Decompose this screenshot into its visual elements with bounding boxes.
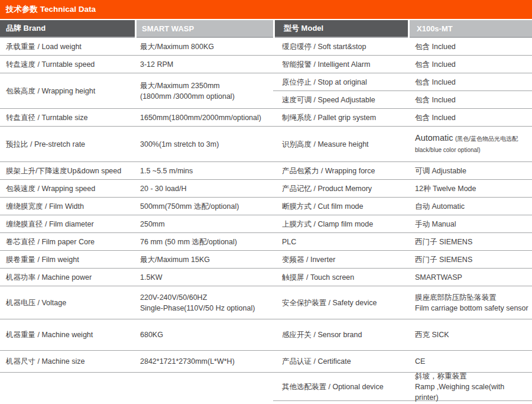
row-value: 1.5KW xyxy=(135,272,273,283)
row-value-line: 包含 Inclued xyxy=(415,112,530,123)
row-value-line: 手动 Manual xyxy=(415,219,530,230)
row-value: 手动 Manual xyxy=(408,219,532,230)
row-value-line: 20 - 30 load/H xyxy=(140,183,271,194)
row-value: SMARTWASP xyxy=(408,272,532,283)
row-value: 2842*1721*2730mm(L*W*H) xyxy=(135,356,273,367)
table-row: 承载重量 / Load weight最大/Maximum 800KG xyxy=(0,38,273,56)
row-value-line: 包含 Inclued xyxy=(415,41,530,52)
table-row: 其他选配装置 / Optional device斜坡，称重装置Ramp ,Wei… xyxy=(273,373,532,401)
table-row: 产品认证 / CertificateCE xyxy=(273,351,532,373)
table-row: 转盘直径 / Turntable size1650mm(1800mm/2000m… xyxy=(0,109,273,127)
row-label: 机器重量 / Machine weight xyxy=(0,329,135,340)
row-value-line: 12种 Twelve Mode xyxy=(415,183,530,194)
row-label: 触摸屏 / Touch screen xyxy=(273,272,408,283)
table-row: 膜卷重量 / Film weight最大/Maximum 15KG xyxy=(0,251,273,269)
row-value-line: 220V-240V/50/60HZ xyxy=(140,292,271,303)
header-model-label: 型号 Model xyxy=(275,20,408,38)
table-row: 断膜方式 / Cut film mode自动 Automatic xyxy=(273,198,532,215)
row-label: 缠绕膜直径 / Film diameter xyxy=(0,219,135,230)
row-value: 1650mm(1800mm/2000mm/optional) xyxy=(135,112,273,123)
row-label: 包装速度 / Wrapping speed xyxy=(0,183,135,194)
row-value: 包含 Inclued xyxy=(408,77,532,88)
row-value-line: 可调 Adjustable xyxy=(415,166,530,176)
table-row: PLC西门子 SIEMENS xyxy=(273,233,532,251)
row-value: 500mm(750mm 选配/optional) xyxy=(135,201,273,212)
row-value: 最大/Maximum 2350mm(1800mm /3000mm optiona… xyxy=(135,80,273,102)
row-label: 变频器 / Inverter xyxy=(273,254,408,265)
row-value-line: 包含 Inclued xyxy=(415,95,530,105)
row-label: 机器尺寸 / Machine size xyxy=(0,356,135,367)
table-row: 触摸屏 / Touch screenSMARTWASP xyxy=(273,269,532,286)
row-value-line: 最大/Maximum 800KG xyxy=(140,41,271,52)
table-row: 预拉比 / Pre-stretch rate300%(1m stretch to… xyxy=(0,127,273,162)
row-value-line: 1650mm(1800mm/2000mm/optional) xyxy=(140,112,271,123)
table-row: 智能报警 / Intelligent Alarm包含 Inclued xyxy=(273,56,532,73)
row-value: CE xyxy=(408,356,532,367)
row-label: 识别高度 / Measure height xyxy=(273,139,408,150)
table-row: 转盘速度 / Turntable speed3-12 RPM xyxy=(0,56,273,73)
row-value-line: SMARTWASP xyxy=(415,272,530,283)
table-row: 包装速度 / Wrapping speed20 - 30 load/H xyxy=(0,180,273,198)
table-row: 机器功率 / Machine power1.5KW xyxy=(0,269,273,286)
row-value-line: 250mm xyxy=(140,219,271,230)
table-row: 原位停止 / Stop at original包含 Inclued xyxy=(273,73,532,91)
table-row: 速度可调 / Speed Adjustable包含 Inclued xyxy=(273,91,532,109)
row-value-line: 680KG xyxy=(140,329,271,340)
row-value-line: 最大/Maximum 2350mm xyxy=(140,80,271,91)
row-value-line: Film carriage bottom safety sensor xyxy=(415,303,530,313)
technical-data-page: 技术参数 Technical Data 品牌 Brand SMART WASP … xyxy=(0,0,532,404)
row-value-line: 包含 Inclued xyxy=(415,77,530,88)
row-value-line: 西克 SICK xyxy=(415,329,530,340)
header-brand-label: 品牌 Brand xyxy=(0,20,135,38)
spec-table-body: 承载重量 / Load weight最大/Maximum 800KG转盘速度 /… xyxy=(0,38,532,401)
row-label: 上膜方式 / Clamp film mode xyxy=(273,219,408,230)
row-label: 机器功率 / Machine power xyxy=(0,272,135,283)
row-value: 可调 Adjustable xyxy=(408,166,532,176)
row-value: 包含 Inclued xyxy=(408,112,532,123)
row-label: 转盘直径 / Turntable size xyxy=(0,112,135,123)
table-row: 缓启缓停 / Soft start&stop包含 Inclued xyxy=(273,38,532,56)
table-row: 产品包紧力 / Wrapping force可调 Adjustable xyxy=(273,162,532,180)
row-value: 斜坡，称重装置Ramp ,Weighing scale(with printer… xyxy=(408,371,532,403)
row-value-line: (1800mm /3000mm optional) xyxy=(140,91,271,102)
row-value-line: 包含 Inclued xyxy=(415,59,530,70)
row-label: 承载重量 / Load weight xyxy=(0,41,135,52)
table-row: 包装高度 / Wrapping height最大/Maximum 2350mm(… xyxy=(0,73,273,109)
row-value: 包含 Inclued xyxy=(408,41,532,52)
row-label: PLC xyxy=(273,237,408,247)
table-row: 安全保护装置 / Safety device膜座底部防压防坠落装置Film ca… xyxy=(273,286,532,319)
row-label: 缠绕膜宽度 / Film Width xyxy=(0,201,135,212)
row-value-line: Ramp ,Weighing scale(with printer) xyxy=(415,382,530,403)
row-label: 智能报警 / Intelligent Alarm xyxy=(273,59,408,70)
row-label: 缓启缓停 / Soft start&stop xyxy=(273,41,408,52)
row-value: Automatic (黑色/蓝色物品光电选配black/blue color o… xyxy=(408,132,532,156)
row-value: 300%(1m stretch to 3m) xyxy=(135,139,273,150)
row-value: 西克 SICK xyxy=(408,329,532,340)
row-value: 1.5 ~5.5 m/mins xyxy=(135,166,273,176)
table-row: 机器电压 / Voltage220V-240V/50/60HZSingle-Ph… xyxy=(0,286,273,319)
spec-table-right: 缓启缓停 / Soft start&stop包含 Inclued智能报警 / I… xyxy=(273,38,532,401)
row-value: 最大/Maximum 800KG xyxy=(135,41,273,52)
row-value: 3-12 RPM xyxy=(135,59,273,70)
row-value: 680KG xyxy=(135,329,273,340)
row-value: 包含 Inclued xyxy=(408,95,532,105)
row-value-line: 斜坡，称重装置 xyxy=(415,371,530,382)
table-row: 识别高度 / Measure heightAutomatic (黑色/蓝色物品光… xyxy=(273,127,532,162)
row-value-line: 2842*1721*2730mm(L*W*H) xyxy=(140,356,271,367)
table-row: 上膜方式 / Clamp film mode手动 Manual xyxy=(273,215,532,233)
row-value: 自动 Automatic xyxy=(408,201,532,212)
row-value-line: 500mm(750mm 选配/optional) xyxy=(140,201,271,212)
row-label: 转盘速度 / Turntable speed xyxy=(0,59,135,70)
row-label: 膜架上升/下降速度Up&down speed xyxy=(0,166,135,176)
table-row: 感应开关 / Sensor brand西克 SICK xyxy=(273,319,532,351)
row-value-line: 1.5 ~5.5 m/mins xyxy=(140,166,271,176)
table-header-row: 品牌 Brand SMART WASP 型号 Model X100s-MT xyxy=(0,20,532,38)
row-value: 220V-240V/50/60HZSingle-Phase(110V/50 Hz… xyxy=(135,292,273,313)
row-label: 产品认证 / Certificate xyxy=(273,356,408,367)
row-label: 卷芯直径 / Film paper Core xyxy=(0,237,135,247)
row-label: 膜卷重量 / Film weight xyxy=(0,254,135,265)
row-value: 最大/Maximum 15KG xyxy=(135,254,273,265)
row-label: 包装高度 / Wrapping height xyxy=(0,86,135,96)
row-value-line: 300%(1m stretch to 3m) xyxy=(140,139,271,150)
header-brand-value: SMART WASP xyxy=(137,20,273,38)
